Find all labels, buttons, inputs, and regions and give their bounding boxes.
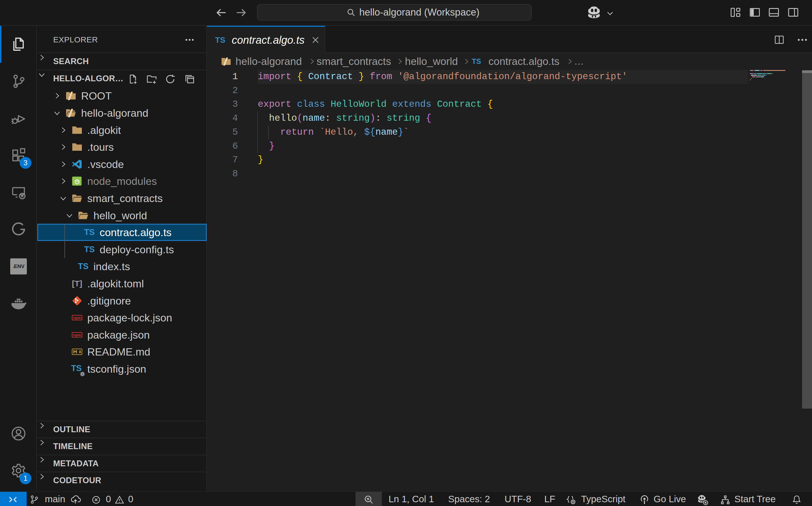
svg-text:npm: npm	[73, 333, 81, 337]
svg-text:npm: npm	[73, 316, 81, 320]
svg-text:JS: JS	[75, 180, 79, 183]
